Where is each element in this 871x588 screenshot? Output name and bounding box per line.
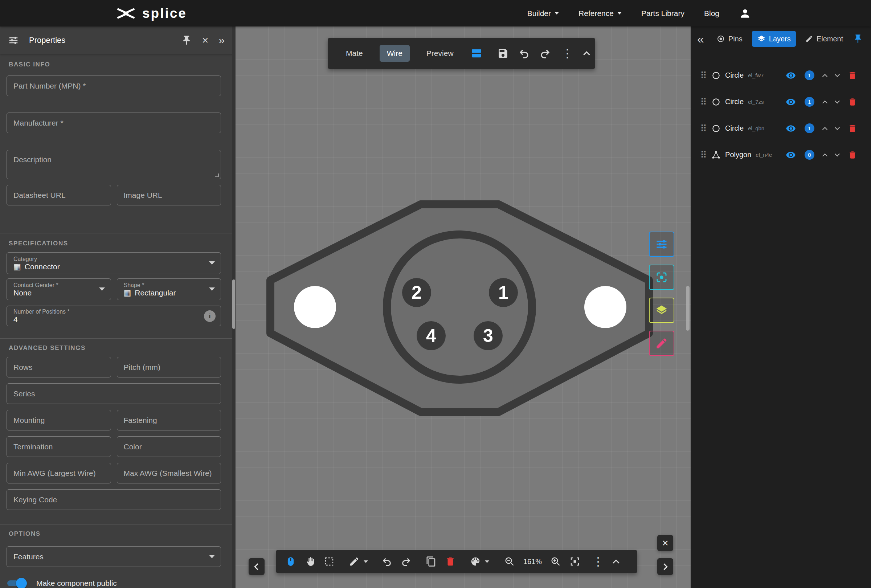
undo-button[interactable] [382,556,392,567]
resize-handle[interactable] [215,174,219,177]
move-layer-up-button[interactable] [823,152,827,158]
pin-count-badge[interactable]: 1 [805,70,814,80]
pitch-input[interactable] [124,363,214,372]
connector-barrel-circle[interactable] [387,235,532,380]
delete-button[interactable] [445,556,456,567]
pin-count-badge[interactable]: 1 [805,97,814,107]
datasheet-url-field[interactable] [6,185,111,205]
user-account-button[interactable] [739,7,751,19]
pin-2[interactable]: 2 [402,278,431,307]
drag-handle-icon[interactable]: ⠿ [700,71,707,80]
properties-tool-button[interactable] [649,232,674,257]
pin-3[interactable]: 3 [474,321,503,350]
center-focus-tool-button[interactable] [649,265,674,290]
manufacturer-field[interactable] [6,112,221,133]
splice-logo[interactable]: splice [115,6,187,21]
series-field[interactable] [6,383,221,404]
layers-tool-button[interactable] [649,298,674,323]
save-button[interactable] [497,48,509,59]
properties-scrollbar-track[interactable] [232,27,235,588]
delete-layer-button[interactable] [848,71,857,80]
delete-layer-button[interactable] [848,150,857,160]
image-url-field[interactable] [117,185,221,205]
nav-builder[interactable]: Builder [527,9,559,18]
hand-pan-tool[interactable] [304,556,315,567]
manufacturer-input[interactable] [13,119,214,127]
image-url-input[interactable] [124,191,214,200]
layer-row[interactable]: ⠿ Circle el_fw7 1 [691,62,871,88]
visibility-eye-icon[interactable] [786,70,796,81]
pin-count-badge[interactable]: 0 [805,150,814,160]
redo-button[interactable] [401,556,412,567]
min-awg-field[interactable] [6,463,111,483]
positions-field[interactable]: Number of Positions * 4 i [6,305,221,326]
pin-1[interactable]: 1 [489,278,518,307]
pin-count-badge[interactable]: 1 [805,123,814,133]
nav-blog[interactable]: Blog [704,9,719,18]
fastening-input[interactable] [124,416,214,425]
color-field[interactable] [117,436,221,457]
zoom-in-button[interactable] [550,556,561,567]
nav-parts-library[interactable]: Parts Library [641,9,684,18]
visibility-eye-icon[interactable] [786,150,796,160]
edit-tool-button[interactable] [649,331,674,356]
duplicate-button[interactable] [426,556,437,567]
close-panel-button[interactable]: × [202,35,209,46]
max-awg-input[interactable] [124,469,214,478]
visibility-eye-icon[interactable] [786,97,796,107]
properties-scrollbar-thumb[interactable] [232,280,235,329]
tab-element[interactable]: Element [800,31,848,47]
layer-row[interactable]: ⠿ Polygon el_n4e 0 [691,142,871,168]
delete-layer-button[interactable] [848,124,857,133]
visibility-eye-icon[interactable] [786,123,796,133]
drag-handle-icon[interactable]: ⠿ [700,97,707,107]
mounting-field[interactable] [6,410,111,431]
panel-collapse-left-button[interactable] [248,558,265,575]
delete-layer-button[interactable] [848,97,857,107]
series-input[interactable] [13,389,214,398]
pin-4[interactable]: 4 [417,321,446,350]
move-layer-up-button[interactable] [823,125,827,132]
toolbar-overflow-menu[interactable]: ⋮ [560,48,575,59]
rows-input[interactable] [13,363,104,372]
move-layer-down-button[interactable] [835,152,839,158]
move-layer-down-button[interactable] [835,99,839,105]
collapse-bottom-toolbar-button[interactable] [614,559,618,564]
move-layer-up-button[interactable] [823,72,827,79]
contact-gender-select[interactable]: Contact Gender * None [6,278,111,300]
wire-tab[interactable]: Wire [380,45,410,62]
collapse-panel-button[interactable]: » [218,35,224,46]
pin-panel-button[interactable] [853,34,863,44]
collapse-toolbar-button[interactable] [584,51,589,56]
move-layer-down-button[interactable] [835,72,839,79]
termination-input[interactable] [13,443,104,451]
editor-canvas[interactable]: 2 1 4 3 Mate Wire Preview ⋮ [235,27,691,588]
datasheet-url-input[interactable] [13,191,104,200]
part-number-input[interactable] [13,82,214,90]
drag-handle-icon[interactable]: ⠿ [700,150,707,160]
panel-expand-right-button[interactable] [657,558,673,575]
mouse-select-tool[interactable] [285,556,296,567]
draw-tool-caret[interactable] [364,560,368,563]
max-awg-field[interactable] [117,463,221,483]
rows-field[interactable] [6,357,111,377]
marquee-select-tool[interactable] [324,556,335,567]
bottom-toolbar-overflow-menu[interactable]: ⋮ [591,556,605,567]
info-icon[interactable]: i [204,310,216,322]
color-palette-button[interactable] [470,556,481,567]
shape-select[interactable]: Shape * ▦ Rectangular [117,278,221,300]
termination-field[interactable] [6,436,111,457]
mounting-hole-left[interactable] [294,286,336,328]
min-awg-input[interactable] [13,469,104,478]
drag-handle-icon[interactable]: ⠿ [700,124,707,133]
draw-tool-button[interactable] [349,556,360,567]
description-input[interactable] [7,150,221,179]
features-select[interactable]: Features [6,546,221,567]
mate-tab[interactable]: Mate [338,45,370,62]
nav-reference[interactable]: Reference [579,9,622,18]
canvas-close-button[interactable]: × [657,535,673,551]
palette-caret[interactable] [485,560,489,563]
pitch-field[interactable] [117,357,221,377]
move-layer-down-button[interactable] [835,125,839,132]
move-layer-up-button[interactable] [823,99,827,105]
